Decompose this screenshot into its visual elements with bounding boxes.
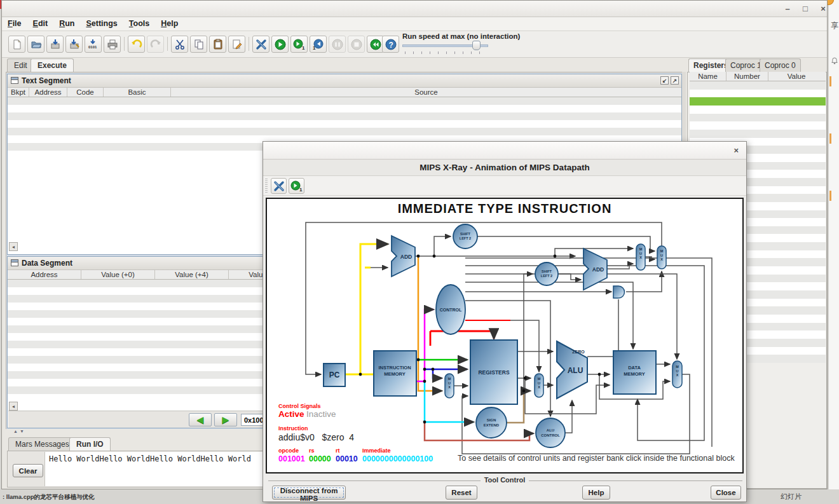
text-segment-titlebar[interactable]: Text Segment ↙↗ <box>8 74 681 88</box>
step-one-label: 1 <box>302 45 305 50</box>
backstep-button[interactable]: 1 <box>310 36 327 53</box>
table-row[interactable]: 0x0040000c 0x0000000c syscall 10: syscal… <box>8 120 681 128</box>
run-speed-slider-thumb[interactable] <box>472 41 481 50</box>
reset-tool-button[interactable]: Reset <box>446 486 477 500</box>
run-button[interactable] <box>271 36 289 53</box>
imm-value: 0000000000000100 <box>362 454 433 463</box>
register-row[interactable]: $a0 4 0x00000000 <box>690 114 826 122</box>
window-titlebar[interactable]: /home/foxsen/Downloads/mips1.asm - MARS … <box>2 1 827 17</box>
hscroll-left-arrow[interactable]: ◂ <box>9 242 18 251</box>
paste-button[interactable] <box>209 36 226 53</box>
tab-execute[interactable]: Execute <box>31 58 74 72</box>
orange-mark <box>829 133 831 144</box>
register-row[interactable]: $v0 2 0x00000004 <box>690 97 826 106</box>
sl2-label: SHIFT <box>460 232 471 236</box>
save-button[interactable] <box>46 36 64 53</box>
register-row[interactable]: $zero 0 0x00000000 <box>690 81 826 90</box>
rt-value: 00010 <box>336 454 358 463</box>
print-button[interactable] <box>104 36 121 53</box>
menu-file[interactable]: File <box>2 17 27 30</box>
rs-value: 00000 <box>309 454 331 463</box>
dialog-close-icon[interactable]: × <box>733 142 739 160</box>
hscroll-left-arrow[interactable]: ◂ <box>9 402 18 411</box>
window-icon <box>11 77 18 84</box>
menu-edit[interactable]: Edit <box>27 17 54 30</box>
save-as-button[interactable] <box>65 36 83 53</box>
alu-control-block[interactable] <box>536 418 565 447</box>
reset-button[interactable] <box>367 36 384 53</box>
dialog-tools-button[interactable] <box>271 178 287 194</box>
new-file-button[interactable] <box>8 36 25 53</box>
backstep-one-label: 1 <box>313 45 316 50</box>
copy-button[interactable] <box>190 36 207 53</box>
find-replace-button[interactable] <box>228 36 245 53</box>
desktop-right-sliver: 享 <box>828 0 839 489</box>
table-row[interactable]: 0x00400008 0x34240000 ori $4,$1,0x000000… <box>8 112 681 120</box>
im-label: INSTRUCTION <box>378 365 411 371</box>
data-prev-button[interactable]: ◀ <box>189 413 212 426</box>
active-label: Active <box>278 409 304 419</box>
help-tool-button[interactable]: Help <box>582 486 610 500</box>
text-segment-title: Text Segment <box>22 76 71 85</box>
col-bkpt: Bkpt <box>8 88 29 97</box>
register-row[interactable]: $at 1 0x00000000 <box>690 90 826 98</box>
data-next-button[interactable]: ▶ <box>214 413 237 426</box>
disconnect-button[interactable]: Disconnect from MIPS <box>272 486 346 500</box>
clear-button[interactable]: Clear <box>13 464 43 477</box>
tab-mars-messages[interactable]: Mars Messages <box>8 437 76 451</box>
registers-label: REGISTERS <box>478 369 509 376</box>
wire-regwrite-active <box>430 331 494 339</box>
imm-label: Immediate <box>362 447 391 454</box>
redo-button[interactable] <box>147 36 164 53</box>
datapath-diagram[interactable]: IMMEDIATE TYPE INSTRUCTION <box>266 198 744 473</box>
dialog-step-button[interactable]: 1 <box>289 178 304 194</box>
se-label: SIGN <box>487 418 496 422</box>
col-address: Address <box>8 270 81 279</box>
step-one-label: 1 <box>299 187 303 192</box>
and-gate[interactable] <box>613 286 625 298</box>
step-button[interactable]: 1 <box>290 36 308 53</box>
zero-label: ZERO <box>572 350 585 354</box>
window-icon <box>11 259 18 266</box>
register-row[interactable]: $v1 3 0x00000000 <box>690 106 826 114</box>
instruction-label: Instruction <box>278 425 308 432</box>
frame-minimize-icon[interactable]: ↙ <box>660 76 669 85</box>
close-tool-button[interactable]: Close <box>711 486 741 500</box>
menu-run[interactable]: Run <box>53 17 80 30</box>
sign-extend-block[interactable] <box>476 407 507 438</box>
inactive-label: Inactive <box>306 409 336 419</box>
bell-icon[interactable] <box>831 56 838 67</box>
register-row[interactable]: $a2 6 0x00000000 <box>690 130 826 138</box>
register-row[interactable]: $a1 5 0x00000000 <box>690 121 826 130</box>
close-button[interactable]: × <box>818 4 828 14</box>
minimize-button[interactable]: – <box>782 4 793 14</box>
tools-button[interactable] <box>252 36 269 53</box>
open-file-button[interactable] <box>27 36 44 53</box>
maximize-button[interactable]: □ <box>800 4 810 14</box>
menu-settings[interactable]: Settings <box>80 17 123 30</box>
run-speed-label: Run speed at max (no interaction) <box>402 32 520 40</box>
table-row[interactable]: 0x00400004 0x3c011001 lui $1,0x00001001 … <box>8 105 681 112</box>
table-row[interactable]: 0x00400010 0x3c011000 lui $1,0x00001000 … <box>8 128 681 135</box>
frame-maximize-icon[interactable]: ↗ <box>671 76 679 85</box>
pause-button[interactable] <box>329 36 346 53</box>
add-label: ADD <box>400 254 412 260</box>
sl2b-label2: LEFT 2 <box>541 274 552 278</box>
table-row[interactable]: 0x00400000 0x24020004 addiu $2,$0,0x0000… <box>8 97 681 105</box>
dump-memory-button[interactable]: 0101 <box>85 36 102 53</box>
tab-run-io[interactable]: Run I/O <box>69 437 111 451</box>
data-segment-title: Data Segment <box>22 259 72 268</box>
menu-tools[interactable]: Tools <box>123 17 155 30</box>
dialog-titlebar[interactable]: MIPS X-Ray - Animation of MIPS Datapath,… <box>263 142 746 160</box>
menu-bar: File Edit Run Settings Tools Help <box>2 17 827 31</box>
tab-coproc0[interactable]: Coproc 0 <box>760 58 801 72</box>
stop-button[interactable] <box>348 36 365 53</box>
undo-button[interactable] <box>128 36 145 53</box>
help-button[interactable]: ? <box>382 36 399 53</box>
col-value0: Value (+0) <box>81 270 155 279</box>
dm-label: DATA <box>628 365 641 371</box>
menu-help[interactable]: Help <box>155 17 184 30</box>
opcode-label: opcode <box>278 447 299 454</box>
cut-button[interactable] <box>171 36 188 53</box>
col-value4: Value (+4) <box>155 270 229 279</box>
